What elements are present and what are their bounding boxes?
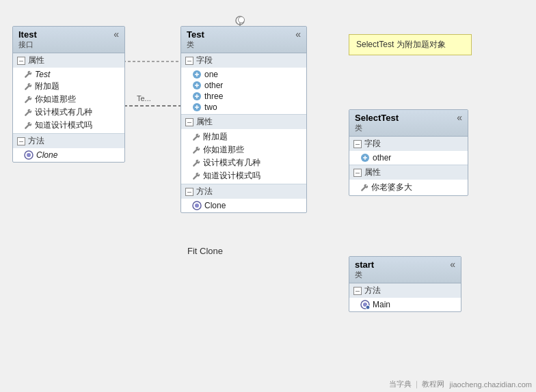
- item-text: 你老婆多大: [371, 182, 412, 193]
- list-item: Clone: [181, 200, 306, 211]
- item-text: Test: [35, 70, 50, 79]
- field-icon: [192, 70, 202, 79]
- svg-point-21: [195, 204, 199, 208]
- itest-attrs-items: Test 附加题 你如道那些 设计模式有几种 知道设计模式吗: [13, 68, 124, 133]
- note-box: SelectTest 为附加题对象: [349, 34, 472, 55]
- test-class-name: Test: [187, 29, 204, 40]
- test-fields-header: 字段: [181, 53, 306, 68]
- itest-class-name: Itest: [18, 29, 37, 40]
- item-text: Main: [373, 300, 390, 309]
- selecttest-header-text: SelectTest 类: [355, 113, 399, 133]
- itest-class-type: 接口: [18, 40, 37, 50]
- itest-attrs-header: 属性: [13, 53, 124, 68]
- start-header: start 类 «: [349, 257, 461, 283]
- start-methods-collapse[interactable]: [353, 287, 362, 295]
- item-text: 知道设计模式吗: [35, 120, 92, 131]
- item-text: 你如道那些: [203, 144, 244, 156]
- itest-methods-section: 方法 Clone: [13, 134, 124, 162]
- wrench-icon: [192, 172, 200, 180]
- itest-header: Itest 接口 «: [13, 27, 124, 53]
- watermark-site: 当字典: [389, 379, 412, 389]
- item-text: Clone: [204, 201, 226, 210]
- watermark-url: jiaocheng.chazidian.com: [450, 380, 532, 389]
- selecttest-header: SelectTest 类 «: [349, 110, 468, 137]
- test-header: Test 类 «: [181, 27, 306, 53]
- list-item: 你如道那些: [181, 143, 306, 156]
- list-item: Test: [13, 69, 124, 80]
- item-text: 设计模式有几种: [35, 107, 92, 118]
- test-collapse-icon[interactable]: «: [295, 29, 301, 39]
- itest-methods-items: Clone: [13, 148, 124, 162]
- item-text: 设计模式有几种: [203, 157, 260, 169]
- start-methods-label: 方法: [364, 285, 381, 296]
- test-methods-collapse[interactable]: [185, 188, 193, 196]
- watermark-site2: 教程网: [422, 379, 444, 389]
- fit-clone-text: Fit Clone: [187, 246, 223, 256]
- test-attrs-section: 属性 附加题 你如道那些 设计模式有几种 知道设计模式吗: [181, 115, 306, 184]
- list-item: 设计模式有几种: [181, 156, 306, 169]
- item-text: other: [204, 81, 223, 90]
- list-item: two: [181, 102, 306, 113]
- selecttest-class-type: 类: [355, 123, 399, 133]
- test-fields-section: 字段 one other: [181, 53, 306, 115]
- selecttest-fields-section: 字段 other: [349, 137, 468, 165]
- item-text: 你如道那些: [35, 94, 76, 105]
- itest-attrs-section: 属性 Test 附加题 你如道那些 设计模式有几种: [13, 53, 124, 134]
- itest-attrs-collapse[interactable]: [17, 57, 25, 65]
- list-item: 你老婆多大: [349, 181, 468, 194]
- selecttest-attrs-collapse[interactable]: [353, 169, 362, 177]
- wrench-icon: [24, 122, 32, 130]
- list-item: other: [181, 80, 306, 91]
- test-box: Test 类 « 字段 one: [180, 26, 307, 213]
- itest-methods-label: 方法: [28, 135, 44, 147]
- start-class-type: 类: [355, 270, 374, 280]
- selecttest-fields-collapse[interactable]: [353, 140, 362, 148]
- itest-collapse-icon[interactable]: «: [113, 29, 119, 39]
- test-methods-items: Clone: [181, 199, 306, 212]
- start-collapse-icon[interactable]: «: [450, 260, 455, 269]
- field-icon: [192, 81, 202, 90]
- itest-methods-collapse[interactable]: [17, 137, 25, 145]
- start-methods-section: 方法 Main: [349, 283, 461, 311]
- test-fields-items: one other three: [181, 68, 306, 114]
- list-item: 你如道那些: [13, 93, 124, 106]
- item-text: other: [373, 153, 391, 163]
- method-icon: [192, 201, 202, 210]
- selecttest-fields-header: 字段: [349, 137, 468, 151]
- item-text: one: [204, 70, 218, 79]
- test-methods-label: 方法: [196, 186, 213, 197]
- selecttest-fields-items: other: [349, 151, 468, 165]
- selecttest-box: SelectTest 类 « 字段 other: [349, 109, 468, 196]
- test-attrs-header: 属性: [181, 115, 306, 129]
- wrench-icon: [24, 109, 32, 117]
- method-icon: [24, 150, 34, 160]
- item-text: two: [204, 102, 217, 112]
- item-text: 附加题: [35, 81, 59, 92]
- svg-point-7: [27, 153, 31, 157]
- start-header-text: start 类: [355, 260, 374, 280]
- watermark: 当字典 ｜ 教程网 jiaocheng.chazidian.com: [389, 379, 532, 389]
- wrench-icon: [24, 83, 32, 91]
- field-icon: [360, 153, 370, 163]
- start-methods-header: 方法: [349, 283, 461, 298]
- svg-point-27: [366, 305, 370, 309]
- test-connector-dot: [238, 16, 245, 23]
- item-text: three: [204, 92, 223, 101]
- item-text: Clone: [36, 150, 57, 160]
- field-icon: [192, 92, 202, 101]
- test-methods-header: 方法: [181, 184, 306, 199]
- wrench-icon: [24, 96, 32, 104]
- list-item: Clone: [13, 150, 124, 160]
- itest-methods-header: 方法: [13, 134, 124, 148]
- test-header-text: Test 类: [187, 29, 204, 50]
- test-fields-collapse[interactable]: [185, 57, 193, 65]
- list-item: three: [181, 91, 306, 102]
- selecttest-collapse-icon[interactable]: «: [457, 113, 462, 122]
- list-item: 知道设计模式吗: [181, 169, 306, 182]
- test-attrs-collapse[interactable]: [185, 118, 193, 126]
- list-item: Main: [349, 299, 461, 310]
- test-fields-label: 字段: [196, 55, 213, 66]
- selecttest-attrs-label: 属性: [364, 167, 381, 178]
- test-attrs-label: 属性: [196, 116, 213, 128]
- diagram-canvas: Te... Itest 接口 « 属性 Test: [0, 0, 536, 392]
